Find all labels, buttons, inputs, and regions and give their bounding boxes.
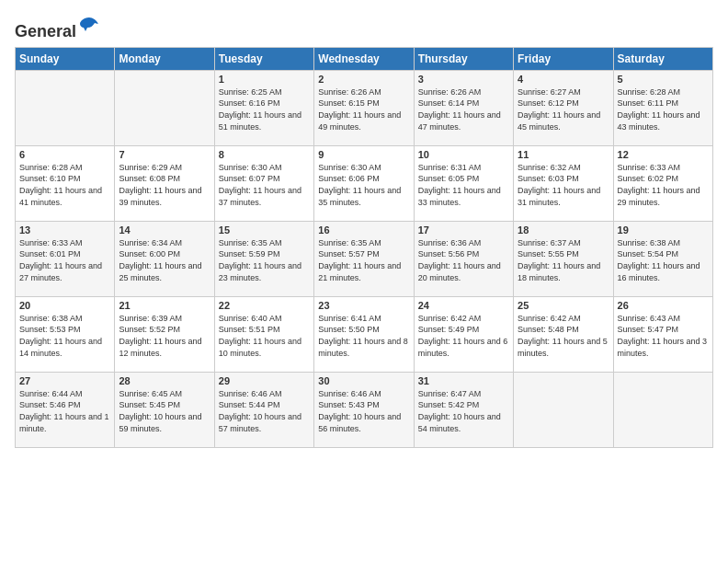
day-info: Sunrise: 6:25 AM Sunset: 6:16 PM Dayligh…: [219, 86, 310, 132]
day-info: Sunrise: 6:27 AM Sunset: 6:12 PM Dayligh…: [518, 86, 609, 132]
day-info: Sunrise: 6:30 AM Sunset: 6:06 PM Dayligh…: [318, 162, 409, 208]
day-number: 17: [418, 224, 509, 236]
day-info: Sunrise: 6:36 AM Sunset: 5:56 PM Dayligh…: [418, 237, 509, 283]
day-number: 27: [19, 375, 110, 386]
day-number: 12: [618, 149, 709, 160]
day-header-friday: Friday: [514, 47, 613, 70]
day-info: Sunrise: 6:34 AM Sunset: 6:00 PM Dayligh…: [119, 237, 210, 283]
day-cell: 19Sunrise: 6:38 AM Sunset: 5:54 PM Dayli…: [613, 221, 712, 296]
day-cell: 26Sunrise: 6:43 AM Sunset: 5:47 PM Dayli…: [613, 296, 712, 372]
day-info: Sunrise: 6:33 AM Sunset: 6:02 PM Dayligh…: [618, 162, 709, 208]
day-info: Sunrise: 6:28 AM Sunset: 6:11 PM Dayligh…: [618, 86, 709, 132]
day-info: Sunrise: 6:30 AM Sunset: 6:07 PM Dayligh…: [219, 162, 310, 208]
day-number: 13: [19, 224, 110, 236]
day-number: 7: [119, 149, 210, 160]
day-info: Sunrise: 6:38 AM Sunset: 5:54 PM Dayligh…: [618, 237, 709, 283]
day-number: 11: [518, 149, 609, 160]
day-number: 24: [418, 300, 509, 311]
week-row: 13Sunrise: 6:33 AM Sunset: 6:01 PM Dayli…: [16, 221, 713, 296]
day-cell: 9Sunrise: 6:30 AM Sunset: 6:06 PM Daylig…: [314, 145, 414, 221]
day-cell: 10Sunrise: 6:31 AM Sunset: 6:05 PM Dayli…: [414, 145, 513, 221]
day-cell: [16, 70, 115, 145]
calendar-container: General SundayMondayTuesdayWednesdayThur…: [0, 0, 728, 455]
day-cell: 25Sunrise: 6:42 AM Sunset: 5:48 PM Dayli…: [514, 296, 613, 372]
day-number: 14: [119, 224, 210, 236]
day-info: Sunrise: 6:40 AM Sunset: 5:51 PM Dayligh…: [219, 313, 310, 359]
day-cell: 31Sunrise: 6:47 AM Sunset: 5:42 PM Dayli…: [414, 372, 513, 447]
day-cell: 23Sunrise: 6:41 AM Sunset: 5:50 PM Dayli…: [314, 296, 414, 372]
day-info: Sunrise: 6:42 AM Sunset: 5:49 PM Dayligh…: [418, 313, 509, 359]
day-cell: 14Sunrise: 6:34 AM Sunset: 6:00 PM Dayli…: [115, 221, 214, 296]
day-number: 28: [119, 375, 210, 386]
day-cell: 30Sunrise: 6:46 AM Sunset: 5:43 PM Dayli…: [314, 372, 414, 447]
day-info: Sunrise: 6:35 AM Sunset: 5:59 PM Dayligh…: [219, 237, 310, 283]
day-cell: [613, 372, 712, 447]
day-number: 20: [19, 300, 110, 311]
logo-text: General: [15, 15, 100, 41]
week-row: 20Sunrise: 6:38 AM Sunset: 5:53 PM Dayli…: [16, 296, 713, 372]
day-info: Sunrise: 6:42 AM Sunset: 5:48 PM Dayligh…: [518, 313, 609, 359]
logo-bird-icon: [78, 15, 100, 37]
day-cell: 4Sunrise: 6:27 AM Sunset: 6:12 PM Daylig…: [514, 70, 613, 145]
day-number: 1: [219, 74, 310, 85]
day-info: Sunrise: 6:29 AM Sunset: 6:08 PM Dayligh…: [119, 162, 210, 208]
day-cell: 5Sunrise: 6:28 AM Sunset: 6:11 PM Daylig…: [613, 70, 712, 145]
day-info: Sunrise: 6:37 AM Sunset: 5:55 PM Dayligh…: [518, 237, 609, 283]
day-cell: 28Sunrise: 6:45 AM Sunset: 5:45 PM Dayli…: [115, 372, 214, 447]
calendar-table: SundayMondayTuesdayWednesdayThursdayFrid…: [15, 47, 713, 448]
day-cell: 13Sunrise: 6:33 AM Sunset: 6:01 PM Dayli…: [16, 221, 115, 296]
day-cell: 24Sunrise: 6:42 AM Sunset: 5:49 PM Dayli…: [414, 296, 513, 372]
day-number: 6: [19, 149, 110, 160]
day-cell: 11Sunrise: 6:32 AM Sunset: 6:03 PM Dayli…: [514, 145, 613, 221]
day-cell: 29Sunrise: 6:46 AM Sunset: 5:44 PM Dayli…: [214, 372, 313, 447]
day-number: 31: [418, 375, 509, 386]
day-number: 30: [318, 375, 409, 386]
day-number: 8: [219, 149, 310, 160]
day-info: Sunrise: 6:26 AM Sunset: 6:14 PM Dayligh…: [418, 86, 509, 132]
day-header-wednesday: Wednesday: [314, 47, 414, 70]
day-number: 23: [318, 300, 409, 311]
day-number: 2: [318, 74, 409, 85]
week-row: 6Sunrise: 6:28 AM Sunset: 6:10 PM Daylig…: [16, 145, 713, 221]
day-number: 5: [618, 74, 709, 85]
day-info: Sunrise: 6:47 AM Sunset: 5:42 PM Dayligh…: [418, 388, 509, 434]
day-header-thursday: Thursday: [414, 47, 513, 70]
day-info: Sunrise: 6:28 AM Sunset: 6:10 PM Dayligh…: [19, 162, 110, 208]
day-number: 3: [418, 74, 509, 85]
day-number: 10: [418, 149, 509, 160]
day-cell: 12Sunrise: 6:33 AM Sunset: 6:02 PM Dayli…: [613, 145, 712, 221]
day-number: 22: [219, 300, 310, 311]
week-row: 27Sunrise: 6:44 AM Sunset: 5:46 PM Dayli…: [16, 372, 713, 447]
day-header-tuesday: Tuesday: [214, 47, 313, 70]
day-number: 26: [618, 300, 709, 311]
day-cell: 2Sunrise: 6:26 AM Sunset: 6:15 PM Daylig…: [314, 70, 414, 145]
day-cell: 18Sunrise: 6:37 AM Sunset: 5:55 PM Dayli…: [514, 221, 613, 296]
day-cell: 7Sunrise: 6:29 AM Sunset: 6:08 PM Daylig…: [115, 145, 214, 221]
day-header-sunday: Sunday: [16, 47, 115, 70]
day-info: Sunrise: 6:44 AM Sunset: 5:46 PM Dayligh…: [19, 388, 110, 434]
day-number: 29: [219, 375, 310, 386]
day-info: Sunrise: 6:43 AM Sunset: 5:47 PM Dayligh…: [618, 313, 709, 359]
day-cell: [115, 70, 214, 145]
day-info: Sunrise: 6:46 AM Sunset: 5:43 PM Dayligh…: [318, 388, 409, 434]
day-info: Sunrise: 6:45 AM Sunset: 5:45 PM Dayligh…: [119, 388, 210, 434]
day-cell: 16Sunrise: 6:35 AM Sunset: 5:57 PM Dayli…: [314, 221, 414, 296]
day-cell: 27Sunrise: 6:44 AM Sunset: 5:46 PM Dayli…: [16, 372, 115, 447]
day-info: Sunrise: 6:32 AM Sunset: 6:03 PM Dayligh…: [518, 162, 609, 208]
header-row: SundayMondayTuesdayWednesdayThursdayFrid…: [16, 47, 713, 70]
header: General: [15, 15, 713, 38]
day-info: Sunrise: 6:31 AM Sunset: 6:05 PM Dayligh…: [418, 162, 509, 208]
day-info: Sunrise: 6:33 AM Sunset: 6:01 PM Dayligh…: [19, 237, 110, 283]
day-number: 19: [618, 224, 709, 236]
day-number: 25: [518, 300, 609, 311]
day-info: Sunrise: 6:26 AM Sunset: 6:15 PM Dayligh…: [318, 86, 409, 132]
day-info: Sunrise: 6:35 AM Sunset: 5:57 PM Dayligh…: [318, 237, 409, 283]
day-number: 16: [318, 224, 409, 236]
day-info: Sunrise: 6:38 AM Sunset: 5:53 PM Dayligh…: [19, 313, 110, 359]
day-header-saturday: Saturday: [613, 47, 712, 70]
day-number: 9: [318, 149, 409, 160]
day-number: 18: [518, 224, 609, 236]
day-cell: 8Sunrise: 6:30 AM Sunset: 6:07 PM Daylig…: [214, 145, 313, 221]
day-cell: 20Sunrise: 6:38 AM Sunset: 5:53 PM Dayli…: [16, 296, 115, 372]
logo: General: [15, 15, 100, 38]
